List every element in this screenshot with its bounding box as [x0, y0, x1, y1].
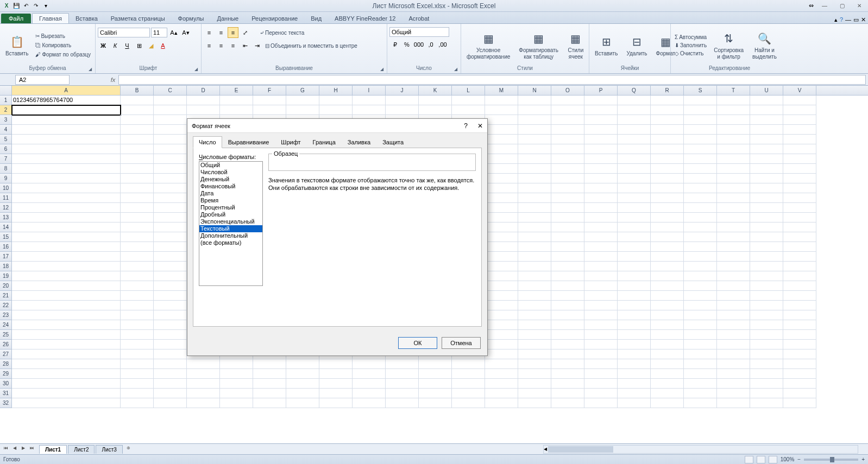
cell[interactable]: [618, 223, 651, 232]
cell[interactable]: [717, 252, 750, 262]
col-header-a[interactable]: A: [12, 86, 121, 95]
cell[interactable]: [618, 144, 651, 154]
cell[interactable]: [551, 183, 584, 193]
cell[interactable]: [121, 369, 154, 379]
cell[interactable]: [618, 379, 651, 389]
row-header[interactable]: 14: [0, 223, 12, 232]
cell[interactable]: [220, 398, 253, 408]
cell[interactable]: [750, 183, 783, 193]
cell[interactable]: [485, 379, 518, 389]
cell[interactable]: [12, 330, 121, 340]
cell[interactable]: [154, 135, 187, 144]
cell[interactable]: [584, 232, 618, 242]
cell[interactable]: [485, 281, 518, 291]
cell[interactable]: [750, 301, 783, 310]
decrease-font-icon[interactable]: A▾: [180, 27, 191, 38]
cell[interactable]: [12, 213, 121, 223]
cell[interactable]: [584, 349, 618, 359]
cell[interactable]: [12, 398, 121, 408]
cut-button[interactable]: ✂Вырезать: [34, 33, 92, 40]
cell[interactable]: [220, 369, 253, 379]
dialog-tab-fill[interactable]: Заливка: [342, 136, 376, 148]
col-header[interactable]: P: [584, 86, 618, 95]
cell[interactable]: [651, 183, 684, 193]
cell[interactable]: [584, 96, 618, 105]
cell[interactable]: [551, 213, 584, 223]
cell[interactable]: [518, 369, 551, 379]
cell[interactable]: [286, 398, 319, 408]
cell[interactable]: [651, 193, 684, 203]
cell[interactable]: [584, 398, 618, 408]
cell[interactable]: [121, 398, 154, 408]
cell[interactable]: [684, 262, 717, 271]
cell[interactable]: [584, 203, 618, 213]
cell[interactable]: [684, 320, 717, 330]
cell[interactable]: [485, 232, 518, 242]
cell[interactable]: [717, 154, 750, 164]
cell[interactable]: [717, 301, 750, 310]
tab-insert[interactable]: Вставка: [69, 14, 104, 23]
cell[interactable]: [783, 164, 816, 174]
row-header[interactable]: 10: [0, 183, 12, 193]
cell[interactable]: [584, 223, 618, 232]
cell[interactable]: [783, 96, 816, 105]
cell[interactable]: [12, 242, 121, 252]
col-header[interactable]: S: [684, 86, 717, 95]
cell[interactable]: [121, 281, 154, 291]
cell[interactable]: [220, 389, 253, 398]
cell[interactable]: [319, 359, 353, 369]
cell[interactable]: [783, 242, 816, 252]
cell[interactable]: [419, 398, 452, 408]
row-header[interactable]: 7: [0, 154, 12, 164]
row-header[interactable]: 8: [0, 164, 12, 174]
cell[interactable]: [717, 340, 750, 349]
cell[interactable]: [12, 291, 121, 301]
cell[interactable]: [220, 105, 253, 115]
row-header[interactable]: 17: [0, 252, 12, 262]
cell[interactable]: [551, 242, 584, 252]
cell[interactable]: [518, 252, 551, 262]
cell[interactable]: [584, 301, 618, 310]
col-header[interactable]: F: [253, 86, 286, 95]
cell[interactable]: [452, 398, 485, 408]
cell[interactable]: [286, 379, 319, 389]
cell[interactable]: [651, 154, 684, 164]
cell[interactable]: [121, 203, 154, 213]
dialog-titlebar[interactable]: Формат ячеек ? ✕: [187, 119, 487, 133]
cell[interactable]: [750, 203, 783, 213]
cell[interactable]: [717, 320, 750, 330]
cell[interactable]: [750, 242, 783, 252]
cell[interactable]: [154, 379, 187, 389]
cell[interactable]: [518, 330, 551, 340]
cell[interactable]: [419, 105, 452, 115]
cell[interactable]: [154, 310, 187, 320]
cell[interactable]: [121, 154, 154, 164]
orientation-icon[interactable]: ⤢: [240, 27, 250, 38]
cell[interactable]: [12, 262, 121, 271]
cell[interactable]: [651, 359, 684, 369]
cell[interactable]: [154, 183, 187, 193]
cell[interactable]: [684, 115, 717, 125]
cell[interactable]: [750, 389, 783, 398]
cell[interactable]: [717, 271, 750, 281]
cell[interactable]: [485, 144, 518, 154]
cell[interactable]: [121, 359, 154, 369]
cell[interactable]: [419, 389, 452, 398]
cell[interactable]: [651, 242, 684, 252]
cell[interactable]: [121, 242, 154, 252]
cell[interactable]: [518, 115, 551, 125]
scroll-thumb[interactable]: [548, 446, 613, 453]
cell[interactable]: [717, 164, 750, 174]
cell[interactable]: [717, 232, 750, 242]
cell[interactable]: [783, 125, 816, 135]
cell[interactable]: [12, 379, 121, 389]
cell[interactable]: [717, 349, 750, 359]
cell[interactable]: [154, 105, 187, 115]
cell[interactable]: [12, 369, 121, 379]
cell[interactable]: [684, 281, 717, 291]
cell[interactable]: [551, 301, 584, 310]
fill-color-button[interactable]: ◢: [146, 40, 156, 51]
cell[interactable]: [12, 252, 121, 262]
cell[interactable]: [618, 213, 651, 223]
cell[interactable]: [286, 389, 319, 398]
